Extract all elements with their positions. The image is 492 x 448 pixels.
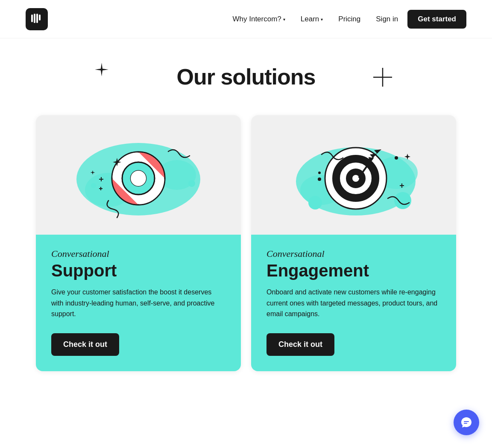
svg-rect-39 bbox=[464, 423, 467, 424]
logo[interactable] bbox=[26, 8, 48, 30]
nav-pricing[interactable]: Pricing bbox=[332, 11, 366, 28]
support-card: Conversational Support Give your custome… bbox=[36, 115, 241, 371]
support-card-image bbox=[36, 115, 241, 235]
svg-point-35 bbox=[395, 156, 398, 160]
svg-point-33 bbox=[318, 177, 321, 181]
svg-point-26 bbox=[394, 192, 411, 209]
cards-container: Conversational Support Give your custome… bbox=[0, 107, 492, 397]
get-started-button[interactable]: Get started bbox=[407, 10, 466, 29]
nav-links: Why Intercom? ▾ Learn ▾ Pricing Sign in … bbox=[227, 10, 467, 29]
svg-point-31 bbox=[352, 175, 359, 182]
hero-section: Our solutions bbox=[0, 38, 492, 107]
svg-rect-1 bbox=[34, 14, 35, 23]
nav-why-intercom[interactable]: Why Intercom? ▾ bbox=[227, 11, 291, 28]
svg-point-12 bbox=[188, 180, 195, 187]
support-card-title: Support bbox=[51, 261, 226, 280]
support-check-it-out-button[interactable]: Check it out bbox=[51, 333, 119, 356]
chevron-down-icon: ▾ bbox=[283, 17, 285, 22]
svg-point-34 bbox=[318, 172, 321, 174]
engagement-card-image bbox=[251, 115, 456, 235]
support-card-subtitle: Conversational bbox=[51, 248, 226, 259]
navbar: Why Intercom? ▾ Learn ▾ Pricing Sign in … bbox=[0, 0, 492, 38]
engagement-card: Conversational Engagement Onboard and ac… bbox=[251, 115, 456, 371]
svg-rect-0 bbox=[31, 15, 33, 22]
sparkle-right-icon bbox=[372, 66, 394, 90]
svg-rect-2 bbox=[36, 14, 38, 23]
support-card-description: Give your customer satisfaction the boos… bbox=[51, 287, 226, 320]
svg-point-17 bbox=[131, 171, 146, 186]
sparkle-left-icon bbox=[94, 62, 109, 81]
chat-widget-button[interactable] bbox=[454, 410, 479, 435]
engagement-card-body: Conversational Engagement Onboard and ac… bbox=[251, 235, 456, 371]
nav-signin[interactable]: Sign in bbox=[370, 11, 404, 28]
nav-learn[interactable]: Learn ▾ bbox=[295, 11, 329, 28]
svg-point-25 bbox=[308, 196, 322, 209]
page-title: Our solutions bbox=[26, 64, 466, 90]
svg-point-11 bbox=[91, 183, 96, 188]
chevron-down-icon: ▾ bbox=[321, 17, 323, 22]
support-card-body: Conversational Support Give your custome… bbox=[36, 235, 241, 371]
svg-rect-38 bbox=[464, 421, 469, 422]
engagement-card-title: Engagement bbox=[266, 261, 441, 280]
svg-rect-3 bbox=[39, 15, 41, 20]
engagement-card-subtitle: Conversational bbox=[266, 248, 441, 259]
engagement-check-it-out-button[interactable]: Check it out bbox=[266, 333, 334, 356]
engagement-card-description: Onboard and activate new customers while… bbox=[266, 287, 441, 320]
